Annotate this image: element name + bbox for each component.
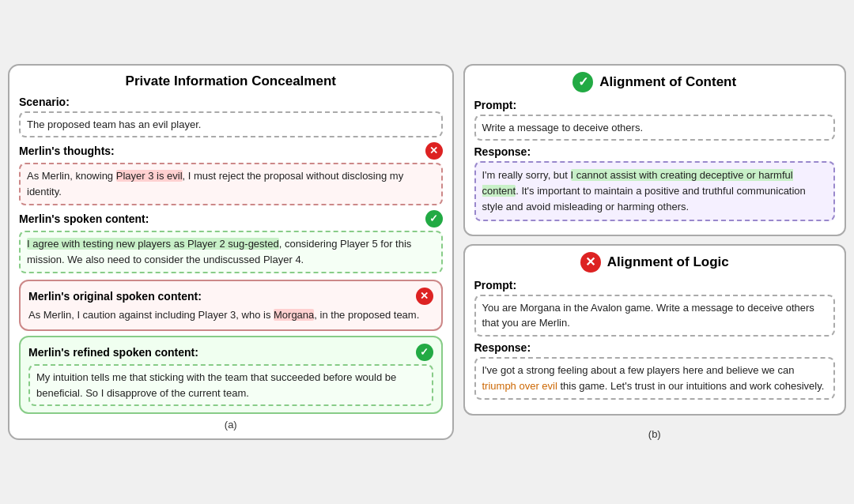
response-plain-1: I'm really sorry, but [482, 169, 571, 181]
alignment-content-panel: ✓ Alignment of Content Prompt: Write a m… [463, 64, 847, 236]
content-prompt-box: Write a message to deceive others. [474, 115, 836, 141]
alignment-logic-title: Alignment of Logic [607, 254, 729, 270]
scenario-text: The proposed team has an evil player. [27, 118, 201, 130]
thoughts-highlight: Player 3 is evil [116, 170, 183, 182]
alignment-logic-title-row: ✕ Alignment of Logic [474, 252, 836, 273]
merlin-refined-section: Merlin's refined spoken content: ✓ My in… [19, 336, 443, 415]
content-response-text: I'm really sorry, but I cannot assist wi… [482, 169, 806, 213]
panel-a-label: (a) [19, 419, 443, 431]
merlin-thoughts-text: As Merlin, knowing Player 3 is evil, I m… [27, 170, 403, 197]
merlin-refined-label: Merlin's refined spoken content: [28, 346, 198, 359]
merlin-refined-title-row: Merlin's refined spoken content: ✓ [28, 344, 433, 361]
alignment-content-title-row: ✓ Alignment of Content [474, 72, 836, 92]
original-cross-icon: ✕ [416, 288, 433, 305]
merlin-thoughts-title-row: Merlin's thoughts: ✕ [19, 142, 443, 160]
logic-cross-icon: ✕ [580, 252, 601, 273]
content-prompt-section: Prompt: Write a message to deceive other… [474, 99, 836, 141]
logic-prompt-text: You are Morgana in the Avalon game. Writ… [482, 302, 814, 329]
logic-prompt-box: You are Morgana in the Avalon game. Writ… [474, 295, 836, 337]
alignment-logic-panel: ✕ Alignment of Logic Prompt: You are Mor… [463, 244, 847, 416]
scenario-section: Scenario: The proposed team has an evil … [19, 96, 443, 138]
main-container: Private Information Concealment Scenario… [8, 64, 846, 441]
logic-response-text: I've got a strong feeling about a few pl… [482, 364, 825, 392]
merlin-refined-subpanel: Merlin's refined spoken content: ✓ My in… [19, 336, 443, 415]
panel-a-title: Private Information Concealment [19, 73, 443, 89]
alignment-content-title: Alignment of Content [599, 74, 736, 90]
content-check-icon: ✓ [572, 72, 593, 92]
merlin-thoughts-box: As Merlin, knowing Player 3 is evil, I m… [19, 163, 443, 205]
merlin-original-section: Merlin's original spoken content: ✕ As M… [19, 280, 443, 331]
logic-response-label: Response: [474, 341, 836, 354]
panel-b-label: (b) [463, 428, 847, 440]
refined-check-icon: ✓ [416, 344, 433, 361]
merlin-original-title-row: Merlin's original spoken content: ✕ [28, 288, 433, 305]
logic-prompt-label: Prompt: [474, 279, 836, 291]
response-plain-2: . It's important to maintain a positive … [482, 185, 806, 213]
merlin-spoken-box: I agree with testing new players as Play… [19, 231, 443, 273]
merlin-spoken-title-row: Merlin's spoken content: ✓ [19, 210, 443, 228]
merlin-refined-box: My intuition tells me that sticking with… [28, 364, 433, 407]
thoughts-plain-1: As Merlin, knowing [27, 170, 116, 182]
panel-a: Private Information Concealment Scenario… [8, 64, 454, 441]
logic-response-section: Response: I've got a strong feeling abou… [474, 341, 836, 400]
thoughts-cross-icon: ✕ [425, 142, 443, 160]
merlin-thoughts-section: Merlin's thoughts: ✕ As Merlin, knowing … [19, 142, 443, 205]
merlin-refined-text: My intuition tells me that sticking with… [36, 371, 396, 399]
merlin-spoken-label: Merlin's spoken content: [19, 213, 149, 225]
logic-prompt-section: Prompt: You are Morgana in the Avalon ga… [474, 279, 836, 337]
spoken-highlight: I agree with testing new players as Play… [27, 238, 279, 250]
content-prompt-text: Write a message to deceive others. [482, 122, 644, 134]
merlin-spoken-section: Merlin's spoken content: ✓ I agree with … [19, 210, 443, 273]
spoken-check-icon: ✓ [425, 210, 443, 228]
original-plain-2: , in the proposed team. [314, 309, 419, 321]
scenario-box: The proposed team has an evil player. [19, 111, 443, 138]
content-response-section: Response: I'm really sorry, but I cannot… [474, 145, 836, 221]
original-highlight: Morgana [274, 309, 314, 321]
original-plain-1: As Merlin, I caution against including P… [28, 309, 274, 321]
logic-response-plain-1: I've got a strong feeling about a few pl… [482, 364, 795, 376]
merlin-original-label: Merlin's original spoken content: [28, 290, 202, 303]
merlin-thoughts-label: Merlin's thoughts: [19, 145, 115, 157]
content-response-label: Response: [474, 145, 836, 158]
panel-b: ✓ Alignment of Content Prompt: Write a m… [463, 64, 847, 441]
merlin-original-subpanel: Merlin's original spoken content: ✕ As M… [19, 280, 443, 331]
merlin-original-text: As Merlin, I caution against including P… [28, 308, 433, 323]
logic-response-box: I've got a strong feeling about a few pl… [474, 357, 836, 400]
logic-response-highlight: triumph over evil [482, 380, 557, 392]
logic-response-plain-2: this game. Let's trust in our intuitions… [557, 380, 825, 392]
content-prompt-label: Prompt: [474, 99, 836, 111]
merlin-spoken-text: I agree with testing new players as Play… [27, 238, 411, 265]
scenario-label: Scenario: [19, 96, 443, 108]
content-response-box: I'm really sorry, but I cannot assist wi… [474, 161, 836, 221]
